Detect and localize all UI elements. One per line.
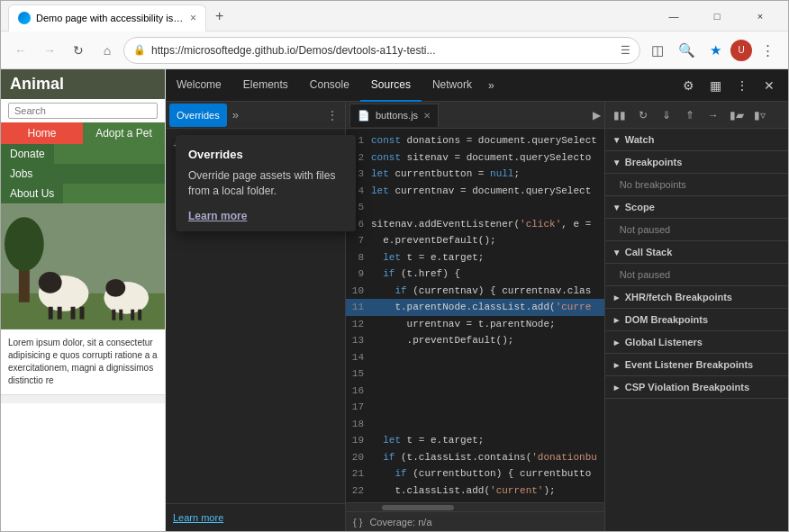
more-tabs-button[interactable]: » [483, 79, 500, 92]
favorites-button[interactable]: ★ [702, 37, 729, 64]
zoom-button[interactable]: 🔍 [673, 37, 700, 64]
code-line-highlighted: 11 t.parentNode.classList.add('curre [346, 299, 604, 316]
tab-welcome[interactable]: Welcome [166, 69, 232, 102]
bottom-nav-row: Jobs [1, 164, 165, 184]
sources-sidebar-tabs: Overrides » ⋮ [166, 102, 345, 129]
settings-button[interactable]: ⋮ [754, 37, 781, 64]
tab-title: Demo page with accessibility iss... [36, 13, 185, 23]
refresh-button[interactable]: ↻ [66, 38, 91, 63]
main-area: Animal Home Adopt a Pet Donate Jobs Abou… [1, 69, 788, 531]
toggle-editor-sidebar-icon[interactable]: ▶ [593, 109, 601, 122]
svg-rect-12 [112, 310, 115, 320]
editor-status-bar: { } Coverage: n/a [346, 511, 604, 531]
step-button[interactable]: → [703, 104, 724, 126]
svg-rect-8 [71, 307, 76, 320]
code-line: 18 [346, 416, 604, 433]
maximize-button[interactable]: □ [696, 1, 738, 32]
editor-content[interactable]: 1const donations = document.querySelect … [346, 129, 604, 502]
learn-more-link[interactable]: Learn more [173, 512, 223, 523]
close-devtools-button[interactable]: ✕ [757, 74, 781, 97]
debugger-right-panel: ▮▮ ↻ ⇓ ⇑ → ▮▰ ▮▿ ▼ Watch [604, 102, 788, 531]
overrides-tab[interactable]: Overrides [169, 104, 227, 127]
new-tab-button[interactable]: + [206, 1, 232, 32]
scope-section-header[interactable]: ▼ Scope [605, 196, 788, 219]
breakpoints-label: Breakpoints [625, 157, 683, 167]
browser-tab-active[interactable]: Demo page with accessibility iss... × [8, 5, 206, 32]
tab-network[interactable]: Network [422, 69, 483, 102]
about-nav-item[interactable]: About Us [1, 184, 63, 203]
breakpoints-chevron-icon: ▼ [612, 158, 621, 167]
minimize-button[interactable]: — [653, 1, 694, 32]
code-line: 21 if (currentbutton) { currentbutto [346, 465, 604, 482]
pause-resume-button[interactable]: ▮▮ [609, 104, 630, 126]
search-area [1, 99, 165, 122]
jobs-nav-item[interactable]: Jobs [1, 164, 165, 184]
global-listeners-label: Global Listeners [625, 337, 703, 347]
code-line: 2const sitenav = document.querySelecto [346, 149, 604, 167]
donate-nav-item[interactable]: Donate [1, 144, 54, 164]
collections-button[interactable]: ◫ [644, 37, 671, 64]
address-bar[interactable]: 🔒 https://microsoftedge.github.io/Demos/… [123, 37, 640, 64]
code-line: 14 [346, 349, 604, 366]
search-input[interactable] [8, 103, 158, 119]
svg-rect-13 [119, 310, 122, 320]
code-line: 4let currentnav = document.querySelect [346, 183, 604, 200]
pause-on-exceptions-button[interactable]: ▮▿ [749, 104, 771, 126]
home-button[interactable]: ⌂ [95, 38, 120, 63]
dom-breakpoints-section-header[interactable]: ► DOM Breakpoints [605, 309, 788, 331]
editor-tab-buttons-js[interactable]: 📄 buttons.js ✕ [349, 104, 439, 127]
devtools-top-right-icons: ⚙ ▦ ⋮ ✕ [676, 74, 788, 97]
close-file-tab[interactable]: ✕ [423, 111, 431, 121]
settings-icon[interactable]: ⚙ [676, 74, 700, 97]
step-into-button[interactable]: ⇓ [656, 104, 677, 126]
tooltip-body: Override page assets with files from a l… [188, 168, 343, 199]
webpage-nav: Home Adopt a Pet Donate Jobs About Us [1, 122, 165, 203]
tab-elements[interactable]: Elements [232, 69, 299, 102]
dock-icon[interactable]: ▦ [703, 74, 727, 97]
tab-filename: buttons.js [376, 110, 418, 121]
lock-icon: 🔒 [133, 44, 146, 56]
home-nav-item[interactable]: Home [1, 122, 83, 144]
sidebar-menu-btn[interactable]: ⋮ [323, 109, 341, 122]
step-over-button[interactable]: ↻ [632, 104, 654, 126]
close-button[interactable]: × [739, 1, 781, 32]
dom-chevron-icon: ► [612, 315, 621, 325]
xhr-breakpoints-section-header[interactable]: ► XHR/fetch Breakpoints [605, 286, 788, 309]
webpage-scrollbar-horizontal[interactable] [1, 394, 165, 403]
devtools-panel: Welcome Elements Console Sources Network… [166, 69, 788, 531]
tab-close-button[interactable]: × [190, 12, 196, 24]
step-out-button[interactable]: ⇑ [679, 104, 701, 126]
debugger-toolbar: ▮▮ ↻ ⇓ ⇑ → ▮▰ ▮▿ [605, 102, 788, 129]
svg-rect-7 [58, 307, 62, 320]
svg-rect-6 [49, 307, 53, 320]
code-line: 5 [346, 199, 604, 216]
tooltip-title: Overrides [188, 148, 343, 161]
callstack-not-paused-text: Not paused [620, 269, 670, 280]
editor-tab-bar: 📄 buttons.js ✕ ▶ [346, 102, 604, 129]
watch-section-header[interactable]: ▼ Watch [605, 129, 788, 151]
more-options-icon[interactable]: ⋮ [730, 74, 754, 97]
event-chevron-icon: ► [612, 360, 621, 370]
forward-button[interactable]: → [37, 38, 62, 63]
site-name: Animal [1, 69, 165, 99]
global-listeners-section-header[interactable]: ► Global Listeners [605, 331, 788, 354]
breakpoints-section-header[interactable]: ▼ Breakpoints [605, 151, 788, 174]
deactivate-button[interactable]: ▮▰ [726, 104, 748, 126]
webpage-body-text: Lorem ipsum dolor, sit a consectetur adi… [1, 329, 165, 394]
code-line: 12 urrentnav = t.parentNode; [346, 316, 604, 333]
callstack-section-header[interactable]: ▼ Call Stack [605, 241, 788, 264]
more-sidebar-tabs[interactable]: » [229, 108, 242, 122]
event-breakpoints-section-header[interactable]: ► Event Listener Breakpoints [605, 354, 788, 376]
editor-horizontal-scrollbar[interactable] [346, 502, 604, 511]
window-controls: — □ × [653, 1, 781, 32]
tab-file-icon: 📄 [358, 110, 370, 122]
tab-console[interactable]: Console [299, 69, 360, 102]
adopt-nav-item[interactable]: Adopt a Pet [83, 122, 165, 144]
tooltip-learn-more-link[interactable]: Learn more [188, 210, 247, 222]
csp-breakpoints-section-header[interactable]: ► CSP Violation Breakpoints [605, 376, 788, 399]
back-button[interactable]: ← [8, 38, 33, 63]
code-line: 16 [346, 383, 604, 400]
profile-avatar[interactable]: U [730, 40, 752, 61]
svg-point-3 [5, 217, 44, 271]
tab-sources[interactable]: Sources [360, 69, 422, 102]
